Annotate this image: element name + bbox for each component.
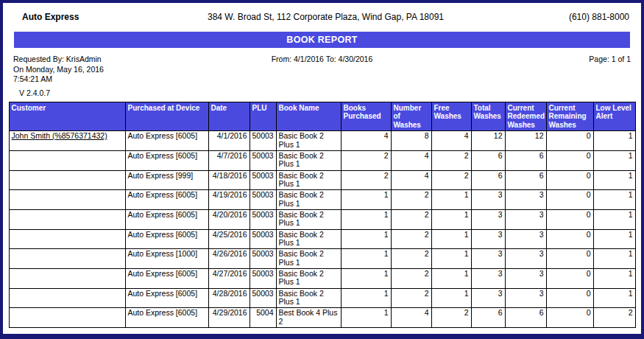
table-row: Auto Express [6005]4/25/201650003Basic B… [9,229,635,249]
report-meta: Requested By: KrisAdmin On Monday, May 1… [3,48,641,83]
customer-cell: John Smith (%8576371432) [9,131,125,151]
current-redeemed-washes-cell: 6 [505,150,546,170]
current-redeemed-washes-cell: 3 [505,249,546,269]
number-of-washes-cell: 4 [391,150,431,170]
customer-cell [9,209,125,229]
company-phone: (610) 881-8000 [475,12,629,22]
current-redeemed-washes-cell: 6 [505,170,546,190]
plu-cell: 50003 [250,170,276,190]
plu-cell: 50003 [250,150,276,170]
col-header-date: Date [208,102,250,131]
customer-cell [9,288,125,308]
plu-cell: 50003 [250,131,276,151]
date-cell: 4/20/2016 [208,209,250,229]
col-header-total-washes: Total Washes [471,102,505,131]
customer-cell [9,249,125,269]
purchased-at-device-cell: Auto Express [999] [125,170,208,190]
book-name-cell: Basic Book 2 Plus 1 [276,150,341,170]
book-name-cell: Basic Book 2 Plus 1 [276,209,341,229]
plu-cell: 50003 [250,249,276,269]
current-remaining-washes-cell: 0 [546,229,593,249]
total-washes-cell: 3 [471,268,505,288]
books-purchased-cell: 1 [341,229,391,249]
free-washes-cell: 1 [431,288,471,308]
number-of-washes-cell: 2 [391,288,431,308]
plu-cell: 50003 [250,229,276,249]
customer-cell [9,190,125,210]
report-title: BOOK REPORT [286,35,357,45]
table-row: Auto Express [999]4/18/201650003Basic Bo… [9,170,635,190]
report-page: Auto Express 384 W. Broad St, 112 Corpor… [0,0,644,339]
table-row: Auto Express [6005]4/20/201650003Basic B… [9,209,635,229]
total-washes-cell: 3 [471,229,505,249]
requested-by: Requested By: KrisAdmin [13,55,190,64]
book-report-table: Customer Purchased at Device Date PLU Bo… [9,102,636,328]
date-cell: 4/7/2016 [208,150,250,170]
table-row: Auto Express [6005]4/7/201650003Basic Bo… [9,150,635,170]
date-cell: 4/27/2016 [208,268,250,288]
total-washes-cell: 3 [471,190,505,210]
low-level-alert-cell: 1 [593,249,635,269]
date-cell: 4/28/2016 [208,288,250,308]
date-range: From: 4/1/2016 To: 4/30/2016 [190,55,454,83]
requested-time: 7:54:21 AM [13,74,190,84]
date-cell: 4/19/2016 [208,190,250,210]
table-row: Auto Express [6005]4/28/201650003Basic B… [9,288,635,308]
book-name-cell: Basic Book 2 Plus 1 [276,229,341,249]
book-name-cell: Basic Book 2 Plus 1 [276,131,341,151]
current-redeemed-washes-cell: 3 [505,268,546,288]
plu-cell: 5004 [250,308,276,328]
number-of-washes-cell: 2 [391,249,431,269]
free-washes-cell: 4 [431,131,471,151]
free-washes-cell: 2 [431,170,471,190]
book-name-cell: Basic Book 2 Plus 1 [276,288,341,308]
current-remaining-washes-cell: 0 [546,308,593,328]
col-header-customer: Customer [9,102,125,131]
date-cell: 4/18/2016 [208,170,250,190]
current-redeemed-washes-cell: 6 [505,308,546,328]
purchased-at-device-cell: Auto Express [6005] [125,209,208,229]
customer-cell [9,229,125,249]
company-name: Auto Express [22,12,177,22]
books-purchased-cell: 1 [341,249,391,269]
number-of-washes-cell: 2 [391,190,431,210]
current-remaining-washes-cell: 0 [546,249,593,269]
current-remaining-washes-cell: 0 [546,190,593,210]
version-label: V 2.4.0.7 [3,88,641,97]
col-header-current-remaining-washes: Current Remaining Washes [546,102,593,131]
number-of-washes-cell: 2 [391,268,431,288]
free-washes-cell: 2 [431,150,471,170]
current-redeemed-washes-cell: 12 [505,131,546,151]
col-header-free-washes: Free Washes [431,102,471,131]
total-washes-cell: 3 [471,288,505,308]
col-header-purchased-at-device: Purchased at Device [125,102,208,131]
purchased-at-device-cell: Auto Express [6005] [125,131,208,151]
requested-info: Requested By: KrisAdmin On Monday, May 1… [13,55,190,83]
free-washes-cell: 1 [431,249,471,269]
free-washes-cell: 2 [431,308,471,328]
report-title-banner: BOOK REPORT [14,32,630,48]
current-redeemed-washes-cell: 3 [505,209,546,229]
plu-cell: 50003 [250,190,276,210]
current-remaining-washes-cell: 0 [546,170,593,190]
number-of-washes-cell: 4 [391,308,431,328]
total-washes-cell: 3 [471,249,505,269]
report-header: Auto Express 384 W. Broad St, 112 Corpor… [3,3,641,22]
requested-date: On Monday, May 16, 2016 [13,65,190,74]
purchased-at-device-cell: Auto Express [6005] [125,229,208,249]
current-remaining-washes-cell: 0 [546,209,593,229]
books-purchased-cell: 2 [341,150,391,170]
col-header-low-level-alert: Low Level Alert [593,102,635,131]
col-header-current-redeemed-washes: Current Redeemed Washes [505,102,546,131]
low-level-alert-cell: 1 [593,209,635,229]
date-cell: 4/25/2016 [208,229,250,249]
purchased-at-device-cell: Auto Express [6005] [125,288,208,308]
customer-cell [9,150,125,170]
current-redeemed-washes-cell: 3 [505,190,546,210]
customer-link[interactable]: John Smith (%8576371432) [12,131,107,140]
books-purchased-cell: 1 [341,268,391,288]
purchased-at-device-cell: Auto Express [6005] [125,308,208,328]
plu-cell: 50003 [250,288,276,308]
date-cell: 4/29/2016 [208,308,250,328]
low-level-alert-cell: 1 [593,131,635,151]
